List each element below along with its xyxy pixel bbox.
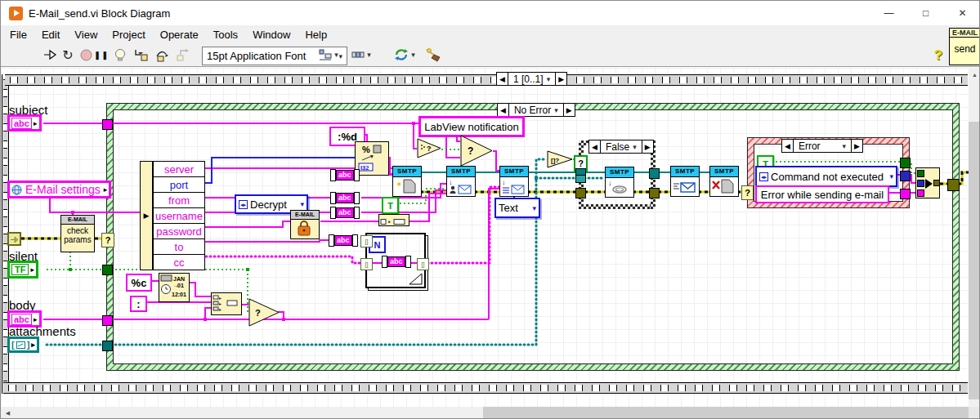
string-type-glyph: abc <box>11 314 32 325</box>
error-message-constant[interactable]: Error while sending e-mail <box>755 185 889 203</box>
scroll-left-icon[interactable]: ◀ <box>1 407 15 419</box>
colon-constant[interactable]: : <box>130 296 147 312</box>
unbundle-field-username[interactable]: username <box>153 207 205 224</box>
tunnel-error[interactable] <box>575 188 586 198</box>
tunnel-subject[interactable] <box>102 119 113 130</box>
unbundle-field-server[interactable]: server <box>153 161 205 177</box>
empty-array-check-node[interactable]: []? <box>547 150 575 169</box>
tunnel-string[interactable] <box>900 189 911 199</box>
build-array-node[interactable]: ‣ <box>378 214 409 226</box>
case-prev-icon[interactable]: ◀ <box>498 104 508 116</box>
tunnel-attachments[interactable] <box>102 341 113 351</box>
tunnel-error-out[interactable] <box>947 179 960 191</box>
email-decrypt-header: E-MAIL <box>291 211 319 220</box>
svg-text:[]?: []? <box>551 157 559 164</box>
select-node[interactable]: ? <box>460 135 494 167</box>
expand-icon: ▸ <box>31 341 35 349</box>
svg-text:▸: ▸ <box>219 301 222 306</box>
tunnel-body[interactable] <box>102 315 113 326</box>
true-constant[interactable]: T <box>382 197 399 214</box>
unbundle-field-password[interactable]: password <box>153 223 205 239</box>
subject-terminal[interactable]: abc ▸ <box>7 114 42 131</box>
error-in-terminal[interactable] <box>7 232 21 246</box>
trim-whitespace-node[interactable]: abc <box>330 207 360 219</box>
bundle-input-boolean <box>917 170 924 177</box>
smtp-user-icon: ↓ <box>447 177 473 195</box>
svg-text:?: ? <box>255 308 261 318</box>
vertical-scrollbar-thumb[interactable] <box>969 122 980 399</box>
case-prev-icon[interactable]: ◀ <box>782 140 793 152</box>
loop-tunnel[interactable]: [] <box>417 258 429 270</box>
silent-terminal[interactable]: TF ▸ <box>7 261 38 279</box>
format-into-string-node[interactable]: % I32 <box>355 141 389 176</box>
unbundle-field-port[interactable]: port <box>153 176 205 193</box>
tunnel-smtp-session[interactable] <box>649 168 660 179</box>
scroll-up-icon[interactable]: ▲ <box>969 68 980 81</box>
smtp-set-fields-node[interactable]: SMTP ↓ <box>499 166 529 197</box>
svg-text:▸: ▸ <box>219 296 222 301</box>
unbundle-field-to[interactable]: to <box>153 238 205 255</box>
sequence-prev-icon[interactable]: ◀ <box>497 73 508 85</box>
attachments-terminal[interactable]: [ ] ▸ <box>7 337 39 353</box>
case-selector-false[interactable]: ◀ False▾ ▶ <box>588 140 654 154</box>
chevron-down-icon[interactable]: ▾ <box>842 142 846 150</box>
sequence-selector[interactable]: ◀ 1 [0..1]▾ ▶ <box>496 72 567 86</box>
trim-whitespace-node[interactable]: abc <box>330 192 360 204</box>
format-datetime-node[interactable]: JAN → 01 12:01 <box>159 273 190 302</box>
lock-icon <box>291 220 317 237</box>
smtp-send-node[interactable]: SMTP <box>670 166 700 197</box>
vi-icon: E-MAIL send <box>949 28 980 65</box>
case-selector-no-error[interactable]: ◀ No Error▾ ▶ <box>497 103 575 117</box>
case-next-icon[interactable]: ▶ <box>564 104 575 116</box>
vertical-scrollbar[interactable]: ▲ <box>969 68 980 407</box>
chevron-down-icon[interactable]: ▾ <box>547 75 551 83</box>
abc-glyph: abc <box>334 235 352 246</box>
text-ring-constant[interactable]: Text ▾ <box>494 198 540 218</box>
bundle-node[interactable] <box>915 167 940 198</box>
tunnel-error[interactable] <box>649 188 660 198</box>
concatenate-strings-node[interactable]: ▸ ▸ ▸ <box>211 292 242 315</box>
tunnel-silent[interactable] <box>102 265 113 275</box>
chevron-down-icon: ▾ <box>889 172 893 181</box>
case-prev-icon[interactable]: ◀ <box>589 140 600 153</box>
loop-tunnel[interactable]: [] <box>360 258 373 270</box>
abc-glyph: abc <box>336 193 354 203</box>
command-enum-constant[interactable]: ◂▸ Command not executed ▾ <box>755 166 897 187</box>
smtp-open-session-node[interactable]: SMTP ✶ <box>392 166 422 197</box>
smtp-close-session-node[interactable]: SMTP <box>709 166 739 197</box>
horizontal-scrollbar-thumb[interactable] <box>483 407 969 419</box>
smtp-attach-node[interactable]: SMTP ↓ <box>605 167 634 198</box>
smtp-set-user-node[interactable]: SMTP ↓ <box>446 166 476 197</box>
case-selector-terminal[interactable]: ? <box>101 233 114 247</box>
smtp-close-icon <box>710 177 736 195</box>
case-label-error: Error <box>799 140 821 152</box>
tunnel-boolean[interactable] <box>900 158 911 168</box>
trim-whitespace-node[interactable]: abc <box>330 169 360 181</box>
unbundle-by-name-node[interactable]: ▶ server port from username password to … <box>140 161 205 270</box>
tunnel-attachments[interactable] <box>575 175 586 183</box>
select-node[interactable]: ? <box>248 298 281 328</box>
svg-text:↓: ↓ <box>449 178 453 186</box>
trim-whitespace-node[interactable]: abc <box>329 234 358 247</box>
horizontal-scrollbar[interactable]: ◀ <box>1 407 969 419</box>
email-settings-terminal[interactable]: E-Mail settings ▸ <box>7 181 111 198</box>
sequence-next-icon[interactable]: ▶ <box>556 73 566 85</box>
case-next-icon[interactable]: ▶ <box>852 140 862 152</box>
datetime-format-constant[interactable]: %c <box>126 274 152 292</box>
tunnel-enum[interactable] <box>900 171 911 181</box>
abc-glyph: abc <box>336 207 354 218</box>
unbundle-field-cc[interactable]: cc <box>153 254 205 270</box>
case-selector-terminal[interactable]: ? <box>741 185 754 200</box>
format-datetime-icon: JAN → 01 12:01 <box>159 274 187 300</box>
trim-whitespace-node[interactable]: abc <box>382 256 411 268</box>
unbundle-field-from[interactable]: from <box>153 192 205 208</box>
chevron-down-icon[interactable]: ▾ <box>633 143 637 151</box>
chevron-down-icon[interactable]: ▾ <box>554 106 558 114</box>
array-open-glyph: [ <box>11 340 15 350</box>
loop-tunnel[interactable]: [] <box>360 235 373 247</box>
empty-string-check-node[interactable]: ? <box>417 138 443 159</box>
check-params-subvi[interactable]: E-MAIL check params <box>60 215 95 252</box>
email-decrypt-subvi[interactable]: E-MAIL <box>290 210 320 239</box>
case-selector-error[interactable]: ◀ Error▾ ▶ <box>781 139 863 153</box>
case-next-icon[interactable]: ▶ <box>642 140 653 153</box>
